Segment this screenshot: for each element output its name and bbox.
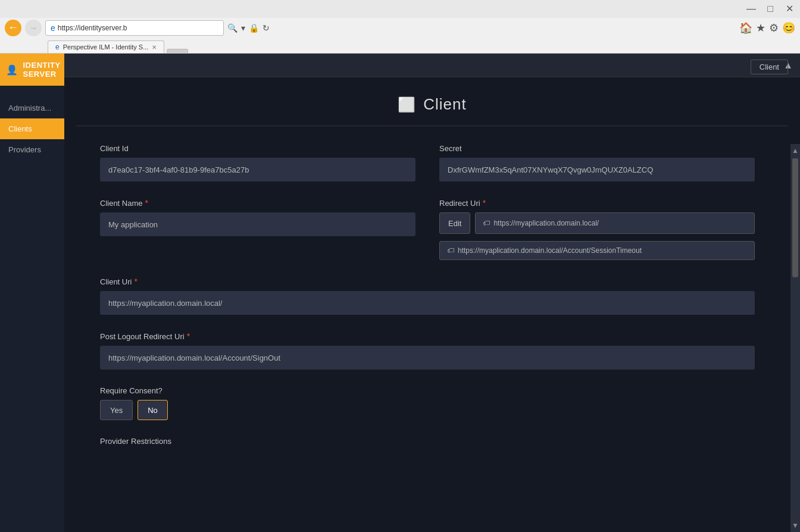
secret-input[interactable]: [439, 158, 755, 181]
tab-label: Perspective ILM - Identity S...: [63, 43, 149, 51]
client-id-label: Client Id: [100, 144, 415, 153]
back-button[interactable]: ←: [5, 20, 21, 36]
tag-icon-1: 🏷: [483, 219, 490, 227]
post-logout-uri-group: Post Logout Redirect Uri *: [100, 331, 755, 370]
modal-scrollbar: ▲ ▼: [790, 144, 800, 532]
form-row-4: Post Logout Redirect Uri *: [100, 331, 755, 370]
minimize-button[interactable]: —: [745, 3, 757, 15]
sidebar: 👤 IDENTITY SERVER Administra... Clients …: [0, 54, 64, 532]
client-right-btn[interactable]: Client: [751, 60, 788, 74]
provider-restrictions-label: Provider Restrictions: [100, 437, 755, 446]
client-name-required: *: [145, 198, 148, 208]
maximize-button[interactable]: □: [764, 3, 776, 15]
post-logout-uri-input[interactable]: [100, 346, 755, 370]
title-bar: — □ ✕: [0, 0, 800, 18]
client-id-input[interactable]: [100, 158, 415, 181]
address-bar[interactable]: e https://identityserver.b: [45, 20, 224, 36]
client-id-group: Client Id: [100, 144, 415, 181]
require-consent-label: Require Consent?: [100, 386, 755, 395]
sidebar-item-administration[interactable]: Administra...: [0, 98, 64, 118]
new-tab[interactable]: [167, 49, 188, 53]
emoji-icon[interactable]: 😊: [782, 21, 795, 35]
lock-button[interactable]: 🔒: [249, 23, 259, 33]
dropdown-button[interactable]: ▾: [241, 23, 245, 33]
no-button[interactable]: No: [138, 400, 168, 420]
url-text: https://identityserver.b: [58, 24, 127, 32]
client-uri-required: *: [134, 277, 137, 286]
client-form-icon: ⬜: [398, 96, 416, 113]
scroll-up-arrow[interactable]: ▲: [792, 144, 799, 157]
app-layout: 👤 IDENTITY SERVER Administra... Clients …: [0, 54, 800, 532]
redirect-uri-label: Redirect Uri *: [439, 198, 755, 208]
modal-divider: [76, 126, 788, 126]
redirect-uri-controls: Edit 🏷 https://myaplication.domain.local…: [439, 212, 755, 260]
post-logout-uri-required: *: [187, 331, 190, 341]
modal-title: Client: [423, 95, 466, 114]
yes-button[interactable]: Yes: [100, 400, 133, 420]
main-content: Client ▲ ⬜ Client Client Id: [64, 54, 800, 532]
refresh-button[interactable]: ↻: [262, 23, 270, 33]
tab-close-icon[interactable]: ✕: [152, 44, 157, 51]
favorites-icon[interactable]: ★: [756, 21, 765, 35]
client-name-input[interactable]: [100, 212, 415, 236]
uri-tag-2: 🏷 https://myaplication.domain.local/Acco…: [439, 241, 755, 260]
close-button[interactable]: ✕: [783, 3, 795, 15]
home-icon[interactable]: 🏠: [739, 21, 752, 35]
active-tab[interactable]: e Perspective ILM - Identity S... ✕: [48, 40, 164, 53]
search-button[interactable]: 🔍: [227, 23, 238, 33]
sidebar-item-clients[interactable]: Clients: [0, 118, 64, 139]
client-name-label: Client Name *: [100, 198, 415, 208]
scroll-down-arrow[interactable]: ▼: [792, 519, 799, 532]
require-consent-group: Require Consent? Yes No: [100, 386, 755, 420]
tab-ie-icon: e: [55, 43, 60, 51]
tag-icon-2: 🏷: [447, 246, 454, 255]
form-row-5: Require Consent? Yes No: [100, 386, 755, 420]
tab-bar: e Perspective ILM - Identity S... ✕: [0, 38, 800, 53]
modal-body: Client Id Secret: [64, 144, 790, 532]
sidebar-item-providers[interactable]: Providers: [0, 139, 64, 160]
edit-uri-button[interactable]: Edit: [439, 212, 470, 234]
redirect-uri-group: Redirect Uri * Edit 🏷 https://myaplicati…: [439, 198, 755, 260]
form-row-1: Client Id Secret: [100, 144, 755, 181]
client-uri-label: Client Uri *: [100, 277, 755, 286]
secret-group: Secret: [439, 144, 755, 181]
client-uri-group: Client Uri *: [100, 277, 755, 315]
ie-icon: e: [51, 23, 55, 33]
sidebar-nav: Administra... Clients Providers: [0, 98, 64, 160]
redirect-uri-required: *: [483, 198, 486, 208]
redirect-uri-row-1: Edit 🏷 https://myaplication.domain.local…: [439, 212, 755, 234]
modal-overlay: Client ▲ ⬜ Client Client Id: [64, 54, 800, 532]
user-icon: 👤: [6, 64, 18, 76]
brand-label: IDENTITY SERVER: [23, 61, 61, 79]
browser-chrome: — □ ✕ ← → e https://identityserver.b 🔍 ▾…: [0, 0, 800, 54]
modal-header: ⬜ Client: [64, 77, 800, 126]
scroll-thumb[interactable]: [792, 158, 798, 277]
client-uri-input[interactable]: [100, 291, 755, 315]
provider-restrictions-section: Provider Restrictions: [100, 437, 755, 452]
uri-tag-1: 🏷 https://myaplication.domain.local/: [475, 212, 755, 234]
settings-icon[interactable]: ⚙: [769, 21, 779, 35]
modal-top-bar: Client ▲: [64, 54, 800, 77]
form-row-2: Client Name * Redirect Uri *: [100, 198, 755, 260]
secret-label: Secret: [439, 144, 755, 153]
sidebar-header: 👤 IDENTITY SERVER: [0, 54, 64, 86]
forward-button[interactable]: →: [25, 20, 42, 36]
post-logout-uri-label: Post Logout Redirect Uri *: [100, 331, 755, 341]
consent-buttons: Yes No: [100, 400, 755, 420]
client-name-group: Client Name *: [100, 198, 415, 260]
form-row-3: Client Uri *: [100, 277, 755, 315]
